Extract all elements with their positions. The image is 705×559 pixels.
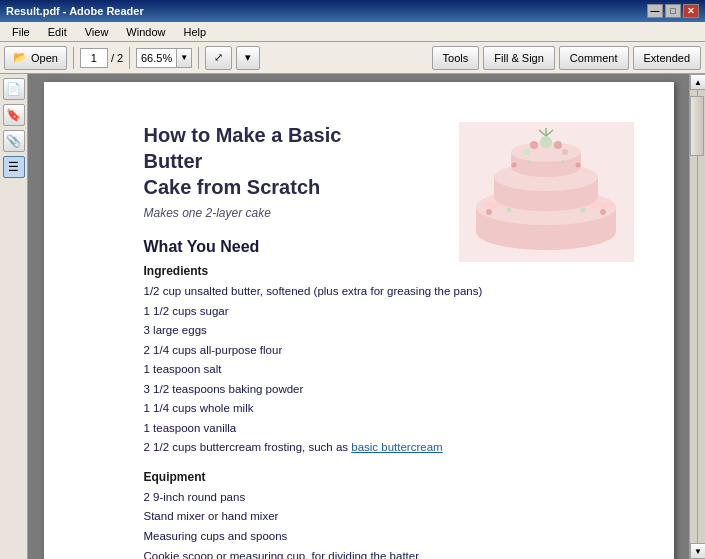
pdf-area: How to Make a Basic Butter Cake from Scr… xyxy=(28,74,689,559)
window-controls: — □ ✕ xyxy=(647,4,699,18)
separator-2 xyxy=(129,47,130,69)
sidebar-attachment-icon[interactable]: 📎 xyxy=(3,130,25,152)
title-line1: How to Make a Basic Butter xyxy=(144,124,342,172)
folder-icon: 📂 xyxy=(13,51,27,64)
ingredient-5: 3 1/2 teaspoons baking powder xyxy=(144,380,614,400)
page-total: 2 xyxy=(117,52,123,64)
ingredients-section: Ingredients 1/2 cup unsalted butter, sof… xyxy=(144,264,614,458)
menu-file[interactable]: File xyxy=(4,24,38,40)
vertical-scrollbar: ▲ ▼ xyxy=(689,74,705,559)
title-line2: Cake from Scratch xyxy=(144,176,321,198)
separator-1 xyxy=(73,47,74,69)
page-separator: / xyxy=(111,52,114,64)
equipment-2: Measuring cups and spoons xyxy=(144,527,614,547)
svg-point-13 xyxy=(524,149,530,155)
recipe-title: How to Make a Basic Butter Cake from Scr… xyxy=(144,122,364,200)
scroll-down-button[interactable]: ▼ xyxy=(690,543,705,559)
page-number-input[interactable] xyxy=(80,48,108,68)
open-label: Open xyxy=(31,52,58,64)
equipment-1: Stand mixer or hand mixer xyxy=(144,507,614,527)
sidebar-page-icon[interactable]: 📄 xyxy=(3,78,25,100)
scrollbar-track xyxy=(690,90,705,543)
svg-point-10 xyxy=(540,136,552,148)
fit-icon: ⤢ xyxy=(214,51,223,64)
open-button[interactable]: 📂 Open xyxy=(4,46,67,70)
extra-icon: ▾ xyxy=(245,51,251,64)
comment-tab[interactable]: Comment xyxy=(559,46,629,70)
menu-bar: File Edit View Window Help xyxy=(0,22,705,42)
ingredients-heading: Ingredients xyxy=(144,264,614,278)
sidebar-bookmark-icon[interactable]: 🔖 xyxy=(3,104,25,126)
ingredient-8: 2 1/2 cups buttercream frosting, such as… xyxy=(144,438,614,458)
extra-button[interactable]: ▾ xyxy=(236,46,260,70)
svg-point-17 xyxy=(561,160,565,164)
equipment-heading: Equipment xyxy=(144,470,614,484)
title-bar: Result.pdf - Adobe Reader — □ ✕ xyxy=(0,0,705,22)
cake-image xyxy=(459,122,634,262)
fit-page-button[interactable]: ⤢ xyxy=(205,46,232,70)
left-sidebar: 📄 🔖 📎 ☰ xyxy=(0,74,28,559)
page-navigation: / 2 xyxy=(80,48,123,68)
ingredient-7: 1 teaspoon vanilla xyxy=(144,419,614,439)
ingredient-6: 1 1/4 cups whole milk xyxy=(144,399,614,419)
equipment-0: 2 9-inch round pans xyxy=(144,488,614,508)
svg-point-18 xyxy=(575,163,580,168)
tools-tab[interactable]: Tools xyxy=(432,46,480,70)
ingredient-2: 3 large eggs xyxy=(144,321,614,341)
toolbar: 📂 Open / 2 ▼ ⤢ ▾ Tools Fill & Sign Comme… xyxy=(0,42,705,74)
svg-point-11 xyxy=(530,141,538,149)
svg-point-16 xyxy=(527,160,531,164)
ingredient-0: 1/2 cup unsalted butter, softened (plus … xyxy=(144,282,614,302)
menu-edit[interactable]: Edit xyxy=(40,24,75,40)
menu-window[interactable]: Window xyxy=(118,24,173,40)
scrollbar-line xyxy=(697,90,698,543)
separator-3 xyxy=(198,47,199,69)
ingredient-1: 1 1/2 cups sugar xyxy=(144,302,614,322)
ingredient-4: 1 teaspoon salt xyxy=(144,360,614,380)
equipment-3: Cookie scoop or measuring cup, for divid… xyxy=(144,547,614,559)
extended-tab[interactable]: Extended xyxy=(633,46,701,70)
svg-point-14 xyxy=(562,149,568,155)
svg-point-15 xyxy=(511,163,516,168)
zoom-dropdown-button[interactable]: ▼ xyxy=(176,48,192,68)
menu-help[interactable]: Help xyxy=(175,24,214,40)
equipment-section: Equipment 2 9-inch round pans Stand mixe… xyxy=(144,470,614,559)
ingredient-3: 2 1/4 cups all-purpose flour xyxy=(144,341,614,361)
scroll-up-button[interactable]: ▲ xyxy=(690,74,705,90)
svg-point-20 xyxy=(506,208,511,213)
close-button[interactable]: ✕ xyxy=(683,4,699,18)
maximize-button[interactable]: □ xyxy=(665,4,681,18)
menu-view[interactable]: View xyxy=(77,24,117,40)
zoom-control: ▼ xyxy=(136,48,192,68)
window-title: Result.pdf - Adobe Reader xyxy=(6,5,144,17)
minimize-button[interactable]: — xyxy=(647,4,663,18)
svg-point-19 xyxy=(486,209,492,215)
fill-sign-tab[interactable]: Fill & Sign xyxy=(483,46,555,70)
sidebar-layers-icon[interactable]: ☰ xyxy=(3,156,25,178)
zoom-input[interactable] xyxy=(136,48,176,68)
svg-point-21 xyxy=(580,208,585,213)
svg-point-22 xyxy=(600,209,606,215)
pdf-page: How to Make a Basic Butter Cake from Scr… xyxy=(44,82,674,559)
buttercream-link[interactable]: basic buttercream xyxy=(351,441,442,453)
svg-point-12 xyxy=(554,141,562,149)
scrollbar-thumb[interactable] xyxy=(690,96,704,156)
main-area: 📄 🔖 📎 ☰ xyxy=(0,74,705,559)
